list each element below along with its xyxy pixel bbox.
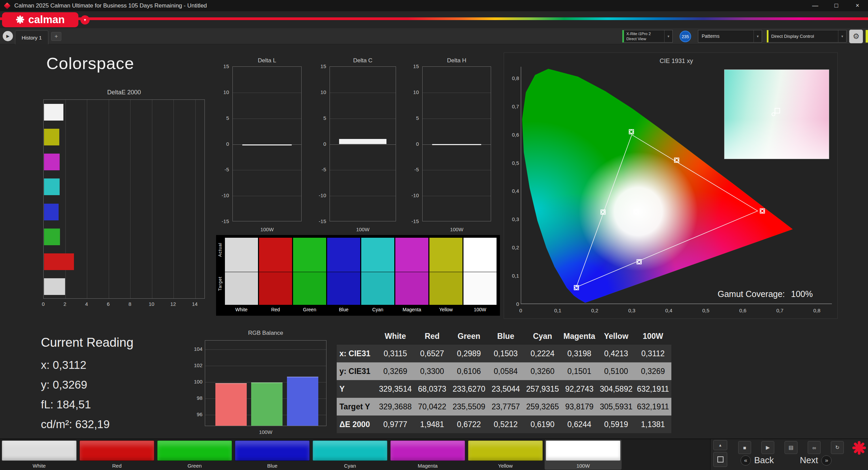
table-cell: 0,3269 <box>377 362 414 380</box>
delta-bar <box>432 144 481 145</box>
deltae-swatch-yellow <box>44 129 53 145</box>
app-icon <box>4 2 11 9</box>
pattern-swatch-cell: 100W <box>545 440 622 470</box>
table-header-red: Red <box>414 328 451 345</box>
patterns-selector[interactable]: Patterns ▼ <box>698 30 762 43</box>
axis-tick-label: 15 <box>401 63 419 69</box>
pattern-swatch-green[interactable] <box>157 440 232 461</box>
axis-tick-label: 0,5 <box>697 308 714 314</box>
axis-tick-label: 5 <box>308 115 326 121</box>
pattern-swatch-100w[interactable] <box>546 440 621 461</box>
axis-tick-label: -10 <box>308 192 326 199</box>
display-control-selector[interactable]: Direct Display Control ▼ <box>767 30 847 43</box>
table-cell: 0,1501 <box>561 362 598 380</box>
gridline <box>205 366 326 366</box>
axis-tick-label: 0,3 <box>623 308 640 314</box>
axis-tick-label: 10 <box>211 89 229 95</box>
save-button[interactable]: ▤ <box>785 441 797 454</box>
axis-label: 100W <box>422 226 491 233</box>
pattern-swatch-cell: Green <box>156 440 233 470</box>
pattern-swatch-label: White <box>1 463 78 469</box>
pattern-swatch-red[interactable] <box>79 440 154 461</box>
table-header-yellow: Yellow <box>598 328 635 345</box>
brand-row: calman ▼ <box>0 11 868 28</box>
link-button[interactable]: ∞ <box>808 441 821 454</box>
tab-history-1[interactable]: History 1 <box>15 30 48 44</box>
axis-tick-label: 104 <box>184 346 202 352</box>
close-button[interactable]: × <box>847 0 868 11</box>
maximize-button[interactable]: □ <box>826 0 847 11</box>
actual-swatch-blue <box>327 238 360 272</box>
pattern-swatch-label: Magenta <box>389 463 466 469</box>
back-arrow-icon: « <box>741 455 751 466</box>
table-header-cyan: Cyan <box>524 328 561 345</box>
pattern-swatch-cyan[interactable] <box>313 440 387 461</box>
next-label: Next <box>800 455 818 466</box>
target-swatch-cyan <box>361 272 394 305</box>
gridline <box>87 100 87 298</box>
axis-tick-label: 100 <box>184 379 202 385</box>
axis-tick-label: 0,7 <box>771 308 788 314</box>
minimize-button[interactable]: — <box>805 0 826 11</box>
pattern-swatch-magenta[interactable] <box>390 440 465 461</box>
gridline <box>423 196 491 196</box>
chart-title: Delta L <box>232 57 302 64</box>
results-table: WhiteRedGreenBlueCyanMagentaYellow100Wx:… <box>337 328 671 433</box>
table-cell: 0,6106 <box>451 362 487 380</box>
axis-tick-label: 0,4 <box>660 308 677 314</box>
axis-tick-label: 0,1 <box>505 273 519 279</box>
target-swatch-yellow <box>429 272 462 305</box>
logo-menu-button[interactable]: ▼ <box>80 15 90 25</box>
gridline <box>330 196 396 196</box>
table-cell: 329,3514 <box>377 380 414 398</box>
pattern-swatch-label: Blue <box>234 463 311 469</box>
table-cell: 93,8179 <box>561 398 598 416</box>
axis-tick-label: 98 <box>184 395 202 401</box>
calman-logo-text: calman <box>28 14 65 26</box>
calman-logo[interactable]: calman <box>2 12 78 27</box>
settings-gear-button[interactable]: ⚙ <box>849 30 863 43</box>
pattern-swatch-yellow[interactable] <box>468 440 543 461</box>
table-cell: 0,3112 <box>635 345 671 362</box>
pattern-swatch-label: Yellow <box>467 463 544 469</box>
add-tab-button[interactable]: + <box>51 32 61 41</box>
next-button[interactable]: Next » <box>800 455 832 466</box>
axis-tick-label: 2 <box>58 301 72 307</box>
next-arrow-icon: » <box>821 455 832 466</box>
pattern-swatch-cell: Cyan <box>311 440 389 470</box>
table-cell: 0,3198 <box>561 345 598 362</box>
axis-tick-label: 0 <box>401 141 419 147</box>
pattern-swatch-blue[interactable] <box>235 440 310 461</box>
play-button[interactable]: ▶ <box>761 441 774 454</box>
calman-star-logo <box>852 440 867 455</box>
axis-tick-label: 0,7 <box>505 104 519 110</box>
reading-cdm2: cd/m²: 632,19 <box>41 414 133 434</box>
tab-bar: ▶ History 1 + X-Rite i1Pro 2 Direct View… <box>0 28 868 44</box>
target-swatch-white <box>225 272 258 305</box>
table-row-label: Y <box>337 380 377 398</box>
pattern-swatch-label: 100W <box>545 463 622 469</box>
rgb-x-label: 100W <box>205 429 326 435</box>
refresh-button[interactable]: ↻ <box>831 441 844 454</box>
gridline <box>233 196 301 196</box>
actual-row-label: Actual <box>217 242 223 257</box>
axis-tick-label: 0,8 <box>808 308 825 314</box>
deltae-swatch-magenta <box>44 154 53 170</box>
table-cell: 233,6270 <box>451 380 487 398</box>
table-cell: 23,5044 <box>487 380 524 398</box>
swatch-column-label: 100W <box>463 307 497 312</box>
pattern-size-badge[interactable]: 235 <box>680 31 691 42</box>
back-button[interactable]: « Back <box>741 455 774 466</box>
side-panel-edge[interactable] <box>866 30 868 43</box>
axis-tick-label: 15 <box>211 63 229 69</box>
meter-selector[interactable]: X-Rite i1Pro 2 Direct View ▼ <box>622 30 673 43</box>
axis-tick-label: 0,5 <box>505 160 519 166</box>
gamut-coverage-label: Gamut Coverage: <box>718 289 785 299</box>
reading-fl: fL: 184,51 <box>41 395 133 414</box>
rgb-bar-red <box>215 383 247 426</box>
pattern-swatch-white[interactable] <box>2 440 77 461</box>
inset-measured-marker <box>772 112 775 116</box>
window-controls: — □ × <box>805 0 868 11</box>
history-panel-expander[interactable]: ▶ <box>3 31 13 41</box>
stop-button[interactable]: ■ <box>738 441 751 454</box>
